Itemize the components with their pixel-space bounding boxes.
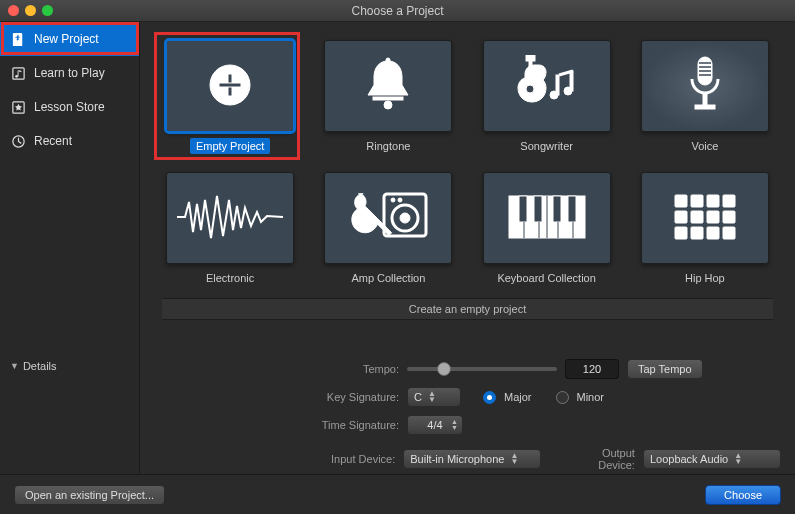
sidebar-item-label: New Project (34, 32, 99, 46)
star-icon (10, 99, 26, 115)
tile-label: Ringtone (360, 138, 416, 154)
template-grid: Empty Project Ringtone Songwriter (162, 40, 773, 286)
svg-rect-38 (568, 196, 576, 222)
tap-tempo-button[interactable]: Tap Tempo (627, 359, 703, 379)
svg-rect-44 (675, 195, 687, 207)
sidebar-item-label: Recent (34, 134, 72, 148)
svg-rect-55 (723, 227, 735, 239)
details-disclosure[interactable]: ▼ Details (10, 360, 57, 372)
output-device-label: Output Device: (563, 447, 635, 471)
svg-point-32 (391, 198, 395, 202)
bell-icon (363, 57, 413, 116)
svg-rect-53 (691, 227, 703, 239)
chevron-updown-icon: ▲▼ (428, 391, 436, 403)
window-title: Choose a Project (0, 4, 795, 18)
svg-rect-45 (691, 195, 703, 207)
svg-rect-21 (570, 71, 573, 91)
sidebar-item-recent[interactable]: Recent (0, 124, 139, 158)
sidebar: + New Project Learn to Play Lesson Store (0, 22, 140, 474)
input-device-label: Input Device: (154, 453, 395, 465)
note-icon (10, 65, 26, 81)
sidebar-item-label: Learn to Play (34, 66, 105, 80)
sidebar-item-lesson-store[interactable]: Lesson Store (0, 90, 139, 124)
minor-label: Minor (577, 391, 605, 403)
svg-rect-37 (553, 196, 561, 222)
sidebar-item-learn-to-play[interactable]: Learn to Play (0, 56, 139, 90)
svg-rect-46 (707, 195, 719, 207)
key-signature-select[interactable]: C ▲▼ (407, 387, 461, 407)
svg-rect-49 (691, 211, 703, 223)
minor-radio[interactable] (556, 391, 569, 404)
tempo-slider[interactable] (407, 367, 557, 371)
details-label: Details (23, 360, 57, 372)
input-device-select[interactable]: Built-in Microphone ▲▼ (403, 449, 541, 469)
svg-point-31 (400, 213, 410, 223)
disclosure-triangle-icon: ▼ (10, 361, 19, 371)
details-section: Tempo: 120 Tap Tempo Key Signature: C ▲▼ (140, 350, 795, 474)
tile-label: Songwriter (514, 138, 579, 154)
svg-rect-54 (707, 227, 719, 239)
tile-ringtone[interactable]: Ringtone (320, 40, 456, 154)
tile-songwriter[interactable]: Songwriter (479, 40, 615, 154)
tile-voice[interactable]: Voice (637, 40, 773, 154)
template-description: Create an empty project (162, 298, 773, 320)
svg-rect-24 (695, 105, 715, 109)
svg-point-15 (526, 85, 534, 93)
svg-rect-11 (219, 83, 241, 87)
svg-rect-51 (723, 211, 735, 223)
major-radio[interactable] (483, 391, 496, 404)
output-device-select[interactable]: Loopback Audio ▲▼ (643, 449, 781, 469)
tile-label: Empty Project (190, 138, 270, 154)
amp-icon (348, 188, 428, 249)
tile-keyboard-collection[interactable]: Keyboard Collection (479, 172, 615, 286)
pads-icon (673, 193, 737, 244)
mic-icon (685, 53, 725, 120)
svg-rect-48 (675, 211, 687, 223)
clock-icon (10, 133, 26, 149)
tile-label: Hip Hop (679, 270, 731, 286)
tile-label: Voice (685, 138, 724, 154)
tile-label: Amp Collection (345, 270, 431, 286)
tile-label: Keyboard Collection (491, 270, 601, 286)
svg-point-13 (384, 101, 392, 109)
tile-hip-hop[interactable]: Hip Hop (637, 172, 773, 286)
time-signature-label: Time Signature: (154, 419, 399, 431)
chevron-updown-icon: ▲▼ (734, 453, 742, 465)
tile-label: Electronic (200, 270, 260, 286)
svg-text:+: + (15, 33, 20, 43)
svg-rect-35 (519, 196, 527, 222)
svg-rect-47 (723, 195, 735, 207)
svg-rect-52 (675, 227, 687, 239)
svg-rect-6 (17, 70, 18, 76)
tile-amp-collection[interactable]: Amp Collection (320, 172, 456, 286)
plus-circle-icon (207, 62, 253, 111)
sidebar-item-new-project[interactable]: + New Project (0, 22, 139, 56)
tile-electronic[interactable]: Electronic (162, 172, 298, 286)
svg-rect-50 (707, 211, 719, 223)
sidebar-item-label: Lesson Store (34, 100, 105, 114)
guitar-icon (512, 55, 582, 118)
key-signature-label: Key Signature: (154, 391, 399, 403)
chevron-updown-icon: ▲▼ (451, 419, 458, 431)
tempo-label: Tempo: (154, 363, 399, 375)
wave-icon (175, 192, 285, 245)
svg-rect-12 (373, 97, 403, 100)
svg-rect-14 (386, 58, 390, 63)
tile-empty-project[interactable]: Empty Project (162, 40, 298, 154)
tempo-value[interactable]: 120 (565, 359, 619, 379)
svg-rect-23 (703, 93, 707, 105)
keys-icon (507, 194, 587, 243)
svg-rect-17 (526, 55, 535, 61)
time-signature-stepper[interactable]: 4/4 ▲▼ (407, 415, 463, 435)
major-label: Major (504, 391, 532, 403)
chevron-updown-icon: ▲▼ (510, 453, 518, 465)
svg-rect-36 (534, 196, 542, 222)
titlebar: Choose a Project (0, 0, 795, 22)
plus-doc-icon: + (10, 31, 26, 47)
svg-point-33 (398, 198, 402, 202)
svg-rect-19 (556, 75, 559, 95)
